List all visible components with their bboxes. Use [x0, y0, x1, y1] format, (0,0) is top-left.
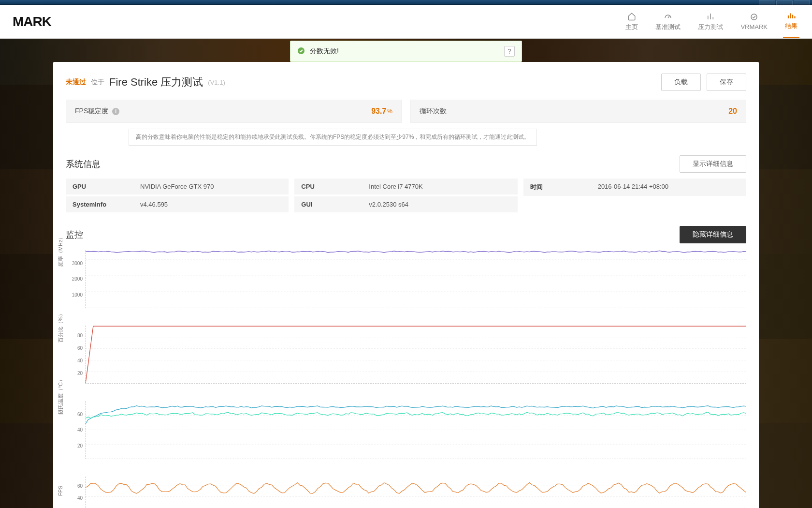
- nav-label: 基准测试: [655, 23, 681, 31]
- main-nav: 主页 基准测试 压力测试 VRMARK 结果: [624, 5, 799, 38]
- notice-text: 分数无效!: [310, 47, 339, 56]
- loops-label: 循环次数: [420, 107, 447, 116]
- window-titlebar: [0, 0, 812, 5]
- fps-stability-label: FPS稳定度: [75, 107, 108, 116]
- fps-stability-box: FPS稳定度 i 93.7 %: [66, 100, 402, 123]
- chart-y-label: FPS: [58, 485, 63, 495]
- notice-banner: 分数无效! ?: [290, 41, 522, 62]
- result-card: 未通过 位于 Fire Strike 压力测试 (V1.1) 负载 保存 FPS…: [53, 62, 759, 508]
- monitor-chart: 604020FPS试: [85, 477, 746, 508]
- test-version: (V1.1): [208, 79, 225, 86]
- nav-benchmark[interactable]: 基准测试: [653, 5, 682, 38]
- check-icon: [297, 47, 305, 56]
- hide-details-button[interactable]: 隐藏详细信息: [680, 226, 746, 243]
- table-row: 时间2016-06-14 21:44 +08:00: [523, 179, 746, 196]
- cpu-label: CPU: [294, 179, 362, 194]
- located-at-label: 位于: [91, 78, 104, 87]
- gui-value: v2.0.2530 s64: [362, 196, 517, 212]
- loops-value: 20: [728, 107, 737, 116]
- monitor-chart: 604020摄氏温度（°C）: [85, 401, 746, 459]
- vr-icon: [749, 13, 759, 21]
- chart-y-label: 百分比（%）: [57, 311, 64, 343]
- result-icon: [786, 11, 796, 20]
- svg-point-0: [751, 14, 757, 20]
- fps-stability-unit: %: [387, 108, 392, 115]
- time-value: 2016-06-14 21:44 +08:00: [591, 179, 746, 196]
- nav-label: 主页: [625, 23, 638, 31]
- gpu-value: NVIDIA GeForce GTX 970: [133, 179, 289, 194]
- monitor-chart: 300020001000频率（MHz）: [85, 250, 746, 308]
- chart-y-label: 频率（MHz）: [57, 234, 64, 267]
- time-label: 时间: [523, 179, 591, 196]
- nav-label: VRMARK: [740, 23, 768, 30]
- notice-help-button[interactable]: ?: [504, 46, 515, 57]
- fps-tooltip: 高的分数意味着你电脑的性能是稳定的和能持续地承受此测试负载。你系统的FPS的稳定…: [129, 129, 537, 146]
- show-details-button[interactable]: 显示详细信息: [680, 155, 746, 173]
- table-row: GUIv2.0.2530 s64: [294, 196, 517, 212]
- systeminfo-label: SystemInfo: [66, 196, 133, 212]
- app-logo: MARK: [13, 14, 51, 30]
- nav-home[interactable]: 主页: [624, 5, 640, 38]
- title-row: 未通过 位于 Fire Strike 压力测试 (V1.1) 负载 保存: [66, 74, 746, 91]
- cpu-value: Intel Core i7 4770K: [362, 179, 517, 194]
- monitor-chart: 80604020百分比（%）: [85, 326, 746, 384]
- bars-icon: [706, 12, 715, 21]
- table-row: CPUIntel Core i7 4770K: [294, 179, 517, 194]
- nav-label: 压力测试: [698, 23, 723, 31]
- monitor-head: 监控 隐藏详细信息: [66, 226, 746, 243]
- save-button[interactable]: 保存: [707, 74, 746, 91]
- info-icon[interactable]: i: [112, 108, 119, 115]
- sysinfo-grid: GPUNVIDIA GeForce GTX 970 SystemInfov4.4…: [66, 179, 746, 212]
- loops-box: 循环次数 20: [410, 100, 746, 123]
- nav-label: 结果: [785, 22, 798, 30]
- nav-stress[interactable]: 压力测试: [696, 5, 725, 38]
- app-header: MARK 主页 基准测试 压力测试 VRMARK 结果: [0, 5, 812, 39]
- table-row: GPUNVIDIA GeForce GTX 970: [66, 179, 289, 194]
- stat-row: FPS稳定度 i 93.7 % 循环次数 20: [66, 100, 746, 123]
- nav-vrmark[interactable]: VRMARK: [739, 5, 769, 38]
- monitor-title: 监控: [66, 229, 83, 240]
- load-button[interactable]: 负载: [661, 74, 701, 91]
- fps-stability-value: 93.7: [371, 107, 386, 116]
- sysinfo-head: 系统信息 显示详细信息: [66, 155, 746, 173]
- test-name: Fire Strike 压力测试: [109, 75, 203, 90]
- sysinfo-title: 系统信息: [66, 158, 101, 170]
- chart-y-label: 摄氏温度（°C）: [57, 376, 64, 414]
- home-icon: [627, 12, 637, 21]
- gui-label: GUI: [294, 196, 362, 212]
- systeminfo-value: v4.46.595: [133, 196, 289, 212]
- gauge-icon: [663, 12, 673, 21]
- charts-container: 300020001000频率（MHz）80604020百分比（%）604020摄…: [66, 250, 746, 508]
- status-badge: 未通过: [66, 78, 86, 87]
- nav-results[interactable]: 结果: [783, 5, 799, 38]
- gpu-label: GPU: [66, 179, 133, 194]
- table-row: SystemInfov4.46.595: [66, 196, 289, 212]
